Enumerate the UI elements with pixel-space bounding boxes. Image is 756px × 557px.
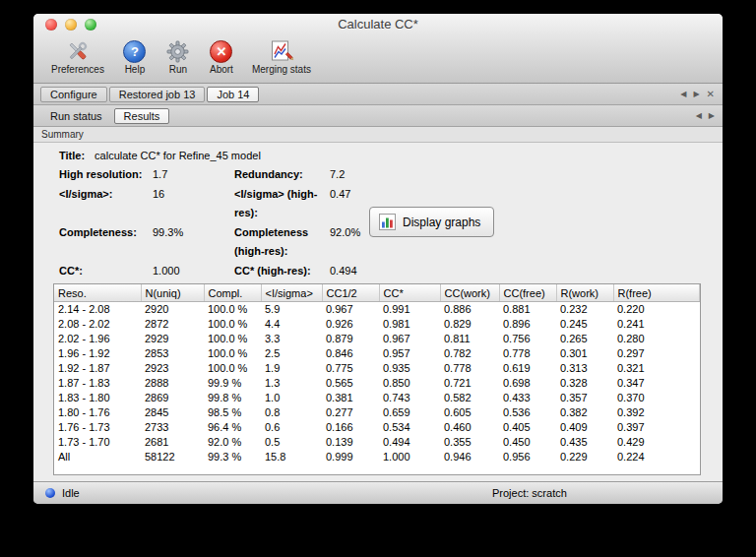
tab-run-status[interactable]: Run status [40, 108, 112, 124]
tab-scroll-right-icon[interactable]: ▶ [693, 91, 699, 98]
table-cell: 0.397 [613, 420, 700, 435]
tab-close-icon[interactable]: ✕ [707, 90, 715, 99]
column-header[interactable]: CC* [379, 284, 440, 302]
tab-job-14[interactable]: Job 14 [207, 87, 259, 102]
summary-value: 99.3% [153, 223, 234, 262]
table-cell: 0.392 [613, 405, 700, 420]
table-row[interactable]: 1.80 - 1.76284598.5 %0.80.2770.6590.6050… [54, 405, 700, 420]
table-cell: 0.967 [322, 302, 379, 318]
result-tab-bar: Run status Results ◀ ▶ [33, 105, 723, 127]
table-row[interactable]: 2.08 - 2.022872100.0 %4.40.9260.9810.829… [54, 317, 700, 332]
bar-chart-icon [379, 214, 396, 230]
column-header[interactable]: N(uniq) [141, 284, 204, 302]
summary-value: 1.7 [153, 165, 234, 185]
summary-label: Completeness (high-res): [234, 223, 330, 262]
table-cell: 0.166 [322, 420, 379, 435]
table-cell: 0.381 [322, 391, 379, 405]
summary-label: Completeness: [59, 223, 153, 262]
table-cell: 0.999 [322, 450, 379, 464]
summary-title-row: Title:calculate CC* for Refine_45 model [59, 147, 723, 165]
table-cell: 0.536 [499, 405, 556, 420]
summary-value: 1.000 [153, 262, 234, 281]
table-cell: 100.0 % [204, 302, 261, 318]
table-cell: 3.3 [261, 332, 322, 346]
abort-label: Abort [210, 64, 233, 75]
table-row[interactable]: 1.73 - 1.70268192.0 %0.50.1390.4940.3550… [54, 435, 700, 450]
table-row[interactable]: All5812299.3 %15.80.9991.0000.9460.9560.… [54, 450, 700, 464]
preferences-button[interactable]: Preferences [47, 38, 108, 75]
table-cell: 0.409 [556, 420, 613, 435]
job-tab-bar: Configure Restored job 13 Job 14 ◀ ▶ ✕ [33, 84, 723, 105]
preferences-icon [65, 38, 91, 64]
subtab-scroll-right-icon[interactable]: ▶ [709, 112, 715, 120]
column-header[interactable]: <I/sigma> [261, 284, 322, 302]
run-button[interactable]: Run [161, 38, 195, 75]
table-cell: 2845 [141, 405, 204, 420]
table-row[interactable]: 1.92 - 1.872923100.0 %1.90.7750.9350.778… [54, 361, 700, 376]
table-cell: 0.829 [440, 317, 499, 332]
tab-configure[interactable]: Configure [40, 87, 107, 102]
table-cell: 0.956 [499, 450, 556, 464]
summary-label: Redundancy: [234, 165, 330, 185]
display-graphs-button[interactable]: Display graphs [369, 207, 494, 237]
column-header[interactable]: CC1/2 [322, 284, 379, 302]
table-cell: 0.782 [440, 346, 499, 361]
column-header[interactable]: Compl. [204, 284, 261, 302]
table-cell: 0.659 [379, 405, 440, 420]
table-cell: 0.450 [499, 435, 556, 450]
desktop-background: Calculate CC* [0, 0, 756, 557]
table-cell: 0.224 [613, 450, 700, 464]
table-cell: 0.534 [379, 420, 440, 435]
status-bar: Idle Project: scratch [33, 481, 723, 504]
table-cell: 0.355 [440, 435, 499, 450]
table-row[interactable]: 2.14 - 2.082920100.0 %5.90.9670.9910.886… [54, 302, 700, 318]
table-row[interactable]: 1.87 - 1.83288899.9 %1.30.5650.8500.7210… [54, 376, 700, 391]
results-table-header-row: Reso.N(uniq)Compl.<I/sigma>CC1/2CC*CC(wo… [54, 284, 700, 302]
merging-stats-button[interactable]: Merging stats [248, 38, 315, 75]
merging-stats-label: Merging stats [252, 64, 311, 75]
table-row[interactable]: 1.76 - 1.73273396.4 %0.60.1660.5340.4600… [54, 420, 700, 435]
traffic-lights [45, 19, 96, 31]
column-header[interactable]: R(work) [556, 284, 613, 302]
tab-scroll-left-icon[interactable]: ◀ [680, 91, 686, 98]
zoom-button[interactable] [85, 19, 96, 31]
table-cell: 0.5 [261, 435, 322, 450]
table-cell: 0.382 [556, 405, 613, 420]
abort-button[interactable]: ✕ Abort [205, 38, 238, 75]
column-header[interactable]: Reso. [54, 284, 141, 302]
run-label: Run [169, 64, 187, 75]
tab-restored-job-13[interactable]: Restored job 13 [109, 87, 206, 102]
table-cell: 1.0 [261, 391, 322, 405]
help-label: Help [125, 64, 146, 75]
title-bar[interactable]: Calculate CC* [33, 14, 723, 35]
tab-results[interactable]: Results [114, 108, 170, 124]
table-cell: 0.850 [379, 376, 440, 391]
results-table-container[interactable]: Reso.N(uniq)Compl.<I/sigma>CC1/2CC*CC(wo… [53, 283, 701, 475]
column-header[interactable]: R(free) [613, 284, 700, 302]
table-cell: 99.9 % [204, 376, 261, 391]
results-table: Reso.N(uniq)Compl.<I/sigma>CC1/2CC*CC(wo… [54, 284, 700, 464]
table-cell: 0.429 [613, 435, 700, 450]
table-cell: 0.229 [556, 450, 613, 464]
results-panel: Title:calculate CC* for Refine_45 model … [33, 143, 723, 481]
subtab-scroll-left-icon[interactable]: ◀ [696, 112, 702, 120]
summary-label: CC*: [59, 262, 153, 281]
table-cell: 2923 [141, 361, 204, 376]
table-row[interactable]: 1.96 - 1.922853100.0 %2.50.8460.9570.782… [54, 346, 700, 361]
table-row[interactable]: 1.83 - 1.80286999.8 %1.00.3810.7430.5820… [54, 391, 700, 405]
column-header[interactable]: CC(work) [440, 284, 499, 302]
table-cell: 2853 [141, 346, 204, 361]
summary-title-value: calculate CC* for Refine_45 model [94, 150, 261, 161]
table-cell: 2872 [141, 317, 204, 332]
help-icon: ? [122, 38, 148, 64]
column-header[interactable]: CC(free) [499, 284, 556, 302]
table-cell: 1.87 - 1.83 [54, 376, 141, 391]
summary-value: 7.2 [330, 165, 532, 185]
close-button[interactable] [45, 19, 57, 31]
help-button[interactable]: ? Help [118, 38, 152, 75]
table-row[interactable]: 2.02 - 1.962929100.0 %3.30.8790.9670.811… [54, 332, 700, 346]
table-cell: 0.605 [440, 405, 499, 420]
table-cell: 2733 [141, 420, 204, 435]
minimize-button[interactable] [65, 19, 77, 31]
table-cell: 0.957 [379, 346, 440, 361]
